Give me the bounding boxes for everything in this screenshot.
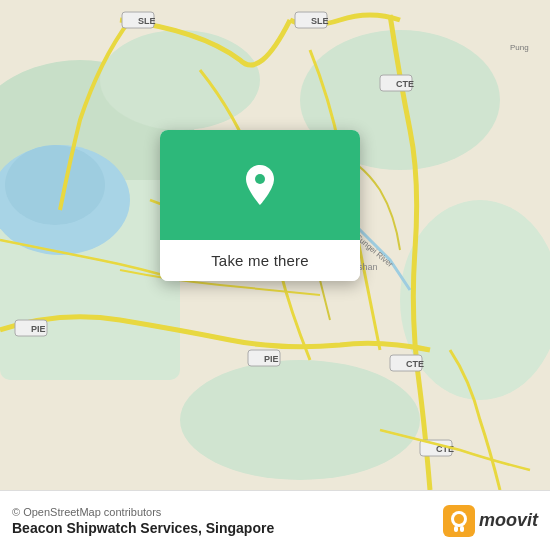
- svg-point-2: [100, 30, 260, 130]
- map-container: SLE SLE CTE CTE CTE PIE PIE Pung Sungei …: [0, 0, 550, 490]
- popup-card: Take me there: [160, 130, 360, 281]
- moovit-icon: [443, 505, 475, 537]
- take-me-there-button[interactable]: Take me there: [160, 240, 360, 281]
- bottom-left: © OpenStreetMap contributors Beacon Ship…: [12, 506, 274, 536]
- svg-rect-31: [460, 526, 464, 532]
- svg-point-8: [5, 145, 105, 225]
- svg-text:PIE: PIE: [31, 324, 46, 334]
- moovit-logo: moovit: [443, 505, 538, 537]
- location-name: Beacon Shipwatch Services, Singapore: [12, 520, 274, 536]
- svg-text:CTE: CTE: [406, 359, 424, 369]
- location-pin-icon: [236, 161, 284, 209]
- svg-text:PIE: PIE: [264, 354, 279, 364]
- bottom-bar: © OpenStreetMap contributors Beacon Ship…: [0, 490, 550, 550]
- svg-rect-30: [454, 526, 458, 532]
- svg-point-29: [454, 514, 464, 524]
- svg-text:CTE: CTE: [396, 79, 414, 89]
- svg-text:Pung: Pung: [510, 43, 529, 52]
- moovit-label: moovit: [479, 510, 538, 531]
- copyright-text: © OpenStreetMap contributors: [12, 506, 274, 518]
- svg-text:SLE: SLE: [138, 16, 156, 26]
- svg-point-5: [180, 360, 420, 480]
- svg-point-26: [255, 174, 265, 184]
- svg-text:SLE: SLE: [311, 16, 329, 26]
- popup-header: [160, 130, 360, 240]
